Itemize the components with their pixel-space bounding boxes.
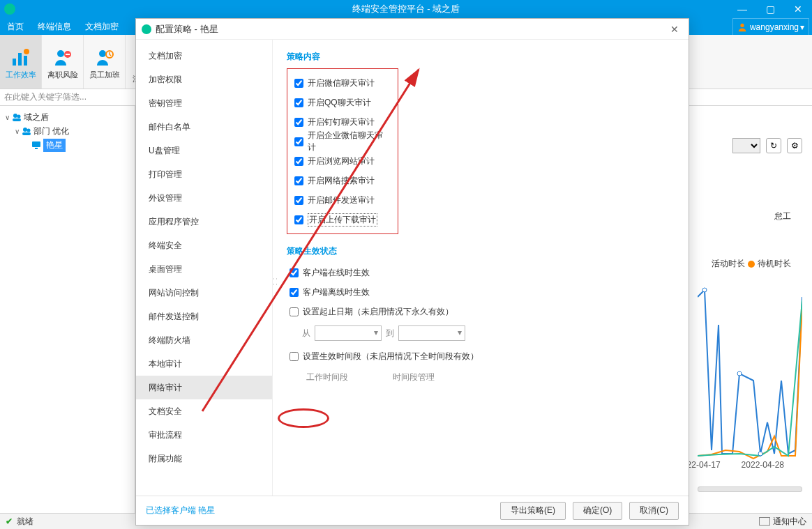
section-policy-content: 策略内容 xyxy=(287,51,675,63)
sidebar-item[interactable]: 加密权限 xyxy=(136,68,272,91)
refresh-button[interactable]: ↻ xyxy=(766,138,781,153)
dialog-titlebar: 配置策略 - 艳星 ✕ xyxy=(136,19,689,40)
check-upload-download-audit[interactable] xyxy=(294,215,303,224)
toolbar-work-efficiency[interactable]: 工作效率 xyxy=(0,35,42,89)
check-label: 客户端在线时生效 xyxy=(303,267,370,279)
tree-client[interactable]: 艳星 xyxy=(3,138,132,152)
tree-toggle-icon[interactable]: ∨ xyxy=(3,114,11,121)
group-icon xyxy=(21,125,32,137)
check-label: 开启上传下载审计 xyxy=(308,213,377,227)
check-label: 开启钉钉聊天审计 xyxy=(308,116,375,128)
sidebar-item[interactable]: 终端防火墙 xyxy=(136,328,272,352)
check-wework-audit[interactable] xyxy=(294,137,303,146)
sidebar-item[interactable]: 应用程序管控 xyxy=(136,210,272,233)
settings-button[interactable]: ⚙ xyxy=(787,138,802,153)
window-title: 终端安全管控平台 - 域之盾 xyxy=(352,3,460,15)
sidebar-item[interactable]: 网站访问控制 xyxy=(136,281,272,305)
worktime-select[interactable]: 工作时间段 xyxy=(302,370,384,384)
sidebar-item[interactable]: 桌面管理 xyxy=(136,257,272,281)
svg-point-10 xyxy=(13,114,17,118)
tree-dept[interactable]: ∨ 部门 优化 xyxy=(3,124,132,138)
check-label: 开启企业微信聊天审计 xyxy=(308,130,391,153)
check-label: 开启邮件发送审计 xyxy=(308,194,375,206)
resize-grip-icon[interactable]: ⋮⋮ xyxy=(273,277,278,288)
x-tick: 22-04-17 xyxy=(687,460,721,470)
sidebar-item[interactable]: 打印管理 xyxy=(136,162,272,186)
user-minus-icon xyxy=(53,47,73,67)
user-menu[interactable]: wangyanxing▾ xyxy=(732,18,809,35)
date-to-select[interactable] xyxy=(398,325,465,341)
sidebar-item[interactable]: 文档加密 xyxy=(136,44,272,68)
close-button[interactable]: ✕ xyxy=(784,0,812,18)
sidebar-item[interactable]: 本地审计 xyxy=(136,352,272,376)
sidebar-item[interactable]: 审批流程 xyxy=(136,423,272,447)
x-tick: 2022-04-28 xyxy=(742,460,784,470)
check-qq-audit[interactable] xyxy=(294,98,303,107)
filter-select[interactable] xyxy=(732,138,760,153)
svg-rect-17 xyxy=(35,148,38,149)
dialog-icon xyxy=(142,24,151,34)
ok-button[interactable]: 确定(O) xyxy=(573,502,622,520)
sidebar-item[interactable]: 附属功能 xyxy=(136,447,272,470)
group-icon xyxy=(11,112,22,123)
maximize-button[interactable]: ▢ xyxy=(756,0,784,18)
check-label: 开启微信聊天审计 xyxy=(308,77,375,89)
nav-terminal-info[interactable]: 终端信息 xyxy=(31,18,78,35)
legend-active-label: 活动时长 xyxy=(712,258,745,270)
check-online-effective[interactable] xyxy=(290,268,299,277)
sidebar-item[interactable]: U盘管理 xyxy=(136,139,272,162)
export-policy-button[interactable]: 导出策略(E) xyxy=(500,502,566,520)
check-dingtalk-audit[interactable] xyxy=(294,118,303,127)
dialog-main: ⋮⋮ 策略内容 开启微信聊天审计 开启QQ聊天审计 开启钉钉聊天审计 开启企业微… xyxy=(273,40,689,496)
cancel-button[interactable]: 取消(C) xyxy=(629,502,679,520)
dialog-close-button[interactable]: ✕ xyxy=(666,21,683,38)
sidebar-item[interactable]: 终端安全 xyxy=(136,233,272,257)
to-label: 到 xyxy=(386,328,394,339)
check-mail-audit[interactable] xyxy=(294,196,303,205)
check-offline-effective[interactable] xyxy=(290,288,299,297)
sidebar-item[interactable]: 外设管理 xyxy=(136,186,272,210)
notify-center[interactable]: 通知中心 xyxy=(773,516,806,528)
toolbar-label: 员工加班 xyxy=(89,70,120,80)
toolbar-overtime[interactable]: 员工加班 xyxy=(84,35,126,89)
toolbar-label: 离职风险 xyxy=(47,70,78,80)
svg-point-14 xyxy=(27,129,31,132)
sidebar-item[interactable]: 邮件发送控制 xyxy=(136,305,272,328)
check-wechat-audit[interactable] xyxy=(294,79,303,88)
check-label: 开启浏览网站审计 xyxy=(308,155,375,167)
svg-point-8 xyxy=(99,50,106,57)
highlight-box: 开启微信聊天审计 开启QQ聊天审计 开启钉钉聊天审计 开启企业微信聊天审计 开启… xyxy=(287,68,398,234)
status-ready: 就绪 xyxy=(17,516,33,528)
sidebar-item-network-audit[interactable]: 网络审计 xyxy=(136,376,272,399)
check-browse-audit[interactable] xyxy=(294,157,303,166)
from-label: 从 xyxy=(302,328,310,339)
check-search-audit[interactable] xyxy=(294,176,303,185)
scrollbar[interactable] xyxy=(698,486,802,492)
check-time-range[interactable] xyxy=(290,352,299,361)
nav-doc-encrypt[interactable]: 文档加密 xyxy=(78,18,126,35)
window-titlebar: 终端安全管控平台 - 域之盾 — ▢ ✕ xyxy=(0,0,812,18)
check-label: 设置生效时间段（未启用情况下全时间段有效） xyxy=(303,351,479,362)
svg-rect-3 xyxy=(24,56,27,66)
svg-point-4 xyxy=(24,49,29,54)
svg-rect-1 xyxy=(13,59,16,66)
section-policy-status: 策略生效状态 xyxy=(287,245,675,257)
toolbar-leave-risk[interactable]: 离职风险 xyxy=(42,35,84,89)
dialog-title: 配置策略 - 艳星 xyxy=(156,23,218,36)
tree-toggle-icon[interactable]: ∨ xyxy=(13,128,21,135)
check-date-range[interactable] xyxy=(290,307,299,316)
date-from-select[interactable] xyxy=(315,325,382,341)
sidebar-item[interactable]: 密钥管理 xyxy=(136,91,272,115)
tree-panel: ∨ 域之盾 ∨ 部门 优化 艳星 xyxy=(0,106,135,513)
time-manage-link[interactable]: 时间段管理 xyxy=(393,371,435,383)
dialog-sidebar: 文档加密 加密权限 密钥管理 邮件白名单 U盘管理 打印管理 外设管理 应用程序… xyxy=(136,40,273,496)
svg-point-20 xyxy=(758,452,762,456)
selected-client-label: 已选择客户端 艳星 xyxy=(146,505,215,516)
sidebar-item[interactable]: 邮件白名单 xyxy=(136,115,272,139)
nav-home[interactable]: 首页 xyxy=(0,18,31,35)
sidebar-item[interactable]: 文档安全 xyxy=(136,399,272,423)
minimize-button[interactable]: — xyxy=(728,0,756,18)
tree-root[interactable]: ∨ 域之盾 xyxy=(3,110,132,124)
check-label: 设置起止日期（未启用情况下永久有效） xyxy=(303,306,453,318)
svg-rect-16 xyxy=(32,141,40,147)
